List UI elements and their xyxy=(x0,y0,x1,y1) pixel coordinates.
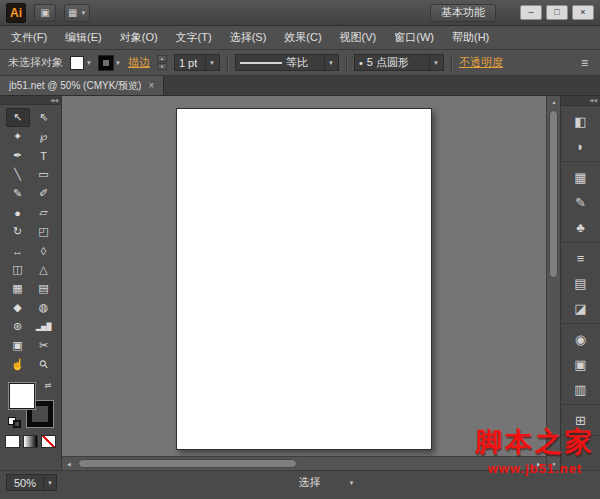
layers-panel-icon[interactable]: ▥ xyxy=(568,378,594,400)
scroll-down-icon[interactable]: ▼ xyxy=(547,458,561,470)
horizontal-scrollbar[interactable]: ◀ ▶ xyxy=(62,456,546,470)
panel-dock: ◀◀ ◧ ◗ ▦ ✎ ♣ ≡ ▤ ◪ ◉ ▣ ▥ ⊞ xyxy=(560,96,600,470)
zoom-level-select[interactable]: 50% ▼ xyxy=(6,474,57,491)
pen-tool[interactable]: ✒ xyxy=(6,146,30,165)
chevron-down-icon: ▼ xyxy=(115,60,121,66)
stroke-color-swatch[interactable] xyxy=(99,56,113,70)
menu-window[interactable]: 窗口(W) xyxy=(385,26,443,49)
menu-effect[interactable]: 效果(C) xyxy=(275,26,330,49)
vertical-scroll-thumb[interactable] xyxy=(549,110,558,278)
dock-expand-button[interactable]: ◀◀ xyxy=(561,96,600,106)
artboard-tool[interactable]: ▣ xyxy=(6,336,30,355)
gradient-tool[interactable]: ▤ xyxy=(32,279,56,298)
rectangle-tool[interactable]: ▭ xyxy=(32,165,56,184)
menu-type[interactable]: 文字(T) xyxy=(167,26,221,49)
scroll-left-icon[interactable]: ◀ xyxy=(62,457,76,470)
swap-fill-stroke-icon[interactable]: ⇄ xyxy=(45,381,52,390)
stroke-color-control[interactable]: ▼ xyxy=(99,56,121,70)
menu-help[interactable]: 帮助(H) xyxy=(443,26,498,49)
dock-group: ⊞ xyxy=(561,405,600,436)
transparency-panel-icon[interactable]: ◪ xyxy=(568,297,594,319)
fill-swatch[interactable] xyxy=(9,383,35,409)
color-guide-panel-icon[interactable]: ◗ xyxy=(568,135,594,157)
workspace: ◀◀ ↖ ⇖ ✦ ℘ ✒ T ╲ ▭ ✎ ✐ ● ▱ ↻ ◰ ↔ ◊ ◫ △ ▦… xyxy=(0,96,600,470)
swatches-panel-icon[interactable]: ▦ xyxy=(568,166,594,188)
perspective-grid-tool[interactable]: △ xyxy=(32,260,56,279)
column-graph-tool[interactable]: ▂▅█ xyxy=(32,317,56,336)
dock-group: ▦ ✎ ♣ xyxy=(561,162,600,243)
free-transform-tool[interactable]: ◊ xyxy=(32,241,56,260)
scroll-right-icon[interactable]: ▶ xyxy=(532,457,546,470)
menu-file[interactable]: 文件(F) xyxy=(2,26,56,49)
appearance-panel-icon[interactable]: ◉ xyxy=(568,328,594,350)
stroke-weight-select[interactable]: 1 pt ▼ xyxy=(174,54,220,71)
menu-view[interactable]: 视图(V) xyxy=(331,26,386,49)
menu-edit[interactable]: 编辑(E) xyxy=(56,26,111,49)
blob-brush-tool[interactable]: ● xyxy=(6,203,30,222)
fill-color-control[interactable]: ▼ xyxy=(70,56,92,70)
menu-object[interactable]: 对象(O) xyxy=(111,26,167,49)
shape-builder-tool[interactable]: ◫ xyxy=(6,260,30,279)
mesh-tool[interactable]: ▦ xyxy=(6,279,30,298)
tab-close-icon[interactable]: × xyxy=(148,80,154,91)
hand-tool[interactable]: ☝ xyxy=(6,355,30,374)
scroll-up-icon[interactable]: ▲ xyxy=(547,96,561,108)
rotate-tool[interactable]: ↻ xyxy=(6,222,30,241)
color-panel-icon[interactable]: ◧ xyxy=(568,110,594,132)
stepper-down-icon[interactable]: ▼ xyxy=(157,63,167,70)
chevron-down-icon: ▼ xyxy=(209,60,215,66)
vertical-scrollbar[interactable]: ▲ ▼ xyxy=(546,96,560,470)
color-mode-button[interactable] xyxy=(5,435,20,448)
color-mode-buttons xyxy=(5,435,56,448)
selection-tool[interactable]: ↖ xyxy=(6,108,30,127)
width-profile-select[interactable]: 等比 ▼ xyxy=(235,54,339,71)
chevron-down-icon: ▼ xyxy=(433,60,439,66)
line-segment-tool[interactable]: ╲ xyxy=(6,165,30,184)
status-display[interactable]: 选择 ▼ xyxy=(57,474,596,491)
dock-group: ≡ ▤ ◪ xyxy=(561,243,600,324)
stroke-weight-stepper[interactable]: ▲ ▼ xyxy=(157,55,167,70)
type-tool[interactable]: T xyxy=(32,146,56,165)
bridge-icon[interactable]: ▣ xyxy=(34,4,56,22)
stroke-panel-link[interactable]: 描边 xyxy=(128,55,150,70)
gradient-mode-button[interactable] xyxy=(23,435,38,448)
fill-color-swatch[interactable] xyxy=(70,56,84,70)
minimize-button[interactable]: – xyxy=(520,5,542,20)
eyedropper-tool[interactable]: ◆ xyxy=(6,298,30,317)
lasso-tool[interactable]: ℘ xyxy=(32,127,56,146)
blend-tool[interactable]: ◍ xyxy=(32,298,56,317)
graphic-styles-panel-icon[interactable]: ▣ xyxy=(568,353,594,375)
pencil-tool[interactable]: ✐ xyxy=(32,184,56,203)
paintbrush-tool[interactable]: ✎ xyxy=(6,184,30,203)
default-fill-stroke-icon[interactable] xyxy=(8,417,21,428)
maximize-button[interactable]: □ xyxy=(546,5,568,20)
gradient-panel-icon[interactable]: ▤ xyxy=(568,272,594,294)
workspace-switcher-button[interactable]: 基本功能 xyxy=(430,4,496,22)
stroke-panel-icon[interactable]: ≡ xyxy=(568,247,594,269)
toolbox-collapse-button[interactable]: ◀◀ xyxy=(0,96,61,105)
document-tab[interactable]: jb51.net @ 50% (CMYK/预览) × xyxy=(0,76,164,95)
canvas-area[interactable]: ◀ ▶ xyxy=(62,96,546,470)
eraser-tool[interactable]: ▱ xyxy=(32,203,56,222)
direct-selection-tool[interactable]: ⇖ xyxy=(32,108,56,127)
artboards-panel-icon[interactable]: ⊞ xyxy=(568,409,594,431)
close-button[interactable]: × xyxy=(572,5,594,20)
control-panel-menu-icon[interactable]: ≡ xyxy=(577,56,592,70)
horizontal-scroll-track[interactable] xyxy=(76,457,532,470)
horizontal-scroll-thumb[interactable] xyxy=(78,459,297,468)
opacity-panel-link[interactable]: 不透明度 xyxy=(459,55,503,70)
symbols-panel-icon[interactable]: ♣ xyxy=(568,216,594,238)
symbol-sprayer-tool[interactable]: ⊛ xyxy=(6,317,30,336)
none-mode-button[interactable] xyxy=(41,435,56,448)
menu-select[interactable]: 选择(S) xyxy=(221,26,276,49)
stepper-up-icon[interactable]: ▲ xyxy=(157,55,167,62)
toolbox: ◀◀ ↖ ⇖ ✦ ℘ ✒ T ╲ ▭ ✎ ✐ ● ▱ ↻ ◰ ↔ ◊ ◫ △ ▦… xyxy=(0,96,62,470)
magic-wand-tool[interactable]: ✦ xyxy=(6,127,30,146)
divider xyxy=(227,54,228,72)
brush-definition-select[interactable]: • 5 点圆形 ▼ xyxy=(354,54,444,71)
arrange-documents-button[interactable]: ▦ ▼ xyxy=(64,4,90,22)
width-tool[interactable]: ↔ xyxy=(6,241,30,260)
artboard[interactable] xyxy=(176,108,432,450)
scale-tool[interactable]: ◰ xyxy=(32,222,56,241)
brushes-panel-icon[interactable]: ✎ xyxy=(568,191,594,213)
